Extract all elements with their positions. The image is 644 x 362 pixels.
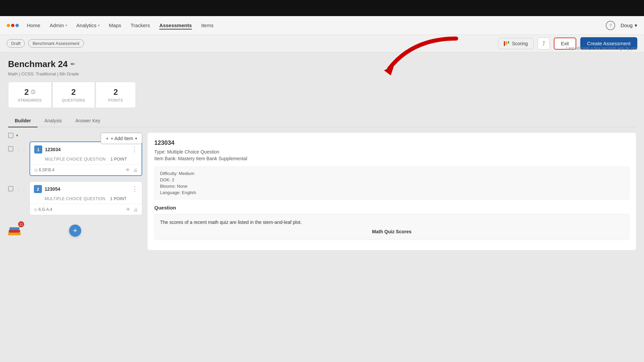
question-1-number: 1 [34, 145, 42, 154]
nav-home[interactable]: Home [27, 21, 40, 29]
scoring-label: Scoring [512, 41, 528, 46]
share-button[interactable]: ⤴ [538, 38, 550, 50]
question-2-id: 123054 [45, 186, 129, 192]
detail-meta-box: Difficulty: Medium DOK: 2 Blooms: None L… [154, 167, 629, 199]
analytics-chevron-icon: ▾ [98, 23, 100, 27]
tab-analysis[interactable]: Analysis [38, 115, 68, 127]
visibility-2-icon[interactable]: 👁 [126, 207, 130, 212]
question-1-standard: ◎ 6.SP.B.4 [34, 168, 123, 172]
question-1-actions: 👁 🖨 [125, 167, 138, 173]
select-all-checkbox[interactable] [8, 133, 13, 138]
question-2-card: 2 123054 ⋮ MULTIPLE CHOICE QUESTION 1 po… [30, 181, 142, 218]
nav-trackers[interactable]: Trackers [130, 21, 150, 29]
share-icon: ⤴ [542, 41, 545, 47]
detail-question-subtitle: Math Quiz Scores [160, 229, 624, 234]
detail-bank: Item Bank: Mastery Item Bank Supplementa… [154, 156, 629, 161]
standards-info-icon[interactable]: ⓘ [31, 89, 35, 95]
nav-assessments[interactable]: Assessments [159, 21, 192, 29]
detail-difficulty: Difficulty: Medium [160, 171, 624, 176]
add-circle-button[interactable]: + [69, 225, 81, 237]
standard-icon: ◎ [34, 168, 38, 172]
detail-blooms: Blooms: None [160, 184, 624, 189]
question-1-footer: ◎ 6.SP.B.4 👁 🖨 [30, 164, 142, 175]
draft-badge[interactable]: Draft [7, 39, 25, 48]
detail-question-label: Question [154, 205, 629, 210]
content-panels: ▾ + + Add Item ▾ ⋮⋮ 1 1 [8, 133, 636, 250]
navbar: Home Admin ▾ Analytics ▾ Maps Trackers A… [0, 16, 644, 35]
print-2-icon[interactable]: 🖨 [133, 207, 138, 212]
assessment-subtitle: Math | CCSS: Traditional | 6th Grade [8, 71, 636, 76]
stat-points: 2 POINTS [96, 82, 136, 108]
layers-badge-count: 11 [18, 221, 24, 227]
assessment-title-section: Benchmark 24 ✏ Math | CCSS: Traditional … [8, 59, 636, 76]
plus-icon: + [106, 136, 108, 141]
edit-title-icon[interactable]: ✏ [70, 61, 75, 67]
question-2-footer: ◎ 6.G.A.4 👁 🖨 [30, 204, 142, 215]
sub-header: Draft Benchmark Assessment Scoring ⤴ Exi… [0, 35, 644, 52]
logo-dots [7, 24, 19, 27]
question-2-checkbox[interactable] [8, 186, 13, 191]
question-2-type: MULTIPLE CHOICE QUESTION 1 point [30, 196, 142, 204]
standard-2-icon: ◎ [34, 207, 37, 212]
logo-dot-orange [7, 24, 10, 27]
bar-yellow [506, 41, 507, 45]
scoring-button[interactable]: Scoring [498, 38, 533, 49]
visibility-icon[interactable]: 👁 [125, 167, 130, 173]
question-1-checkbox[interactable] [8, 146, 13, 152]
assessment-title: Benchmark 24 ✏ [8, 59, 636, 69]
question-1-type: MULTIPLE CHOICE QUESTION 1 point [30, 157, 142, 164]
stats-row: 2 ⓘ STANDARDS 2 QUESTIONS 2 POINTS [8, 82, 636, 108]
question-2-header: 2 123054 ⋮ [30, 182, 142, 196]
question-2-standard: ◎ 6.G.A.4 [34, 207, 123, 212]
tab-builder[interactable]: Builder [8, 115, 38, 127]
chevron-down-icon[interactable]: ▾ [16, 133, 18, 138]
question-row-1: ⋮⋮ 1 123034 ⋮ MULTIPLE CHOICE QUESTION 1… [8, 141, 142, 179]
nav-items: Home Admin ▾ Analytics ▾ Maps Trackers A… [27, 21, 606, 29]
nav-admin[interactable]: Admin ▾ [50, 21, 67, 29]
right-panel: 123034 Type: Multiple Choice Question It… [148, 133, 636, 250]
question-1-card: 1 123034 ⋮ MULTIPLE CHOICE QUESTION 1 po… [30, 141, 142, 179]
bar-green [508, 41, 509, 44]
detail-language: Language: English [160, 190, 624, 195]
help-button[interactable]: ? [606, 21, 615, 30]
admin-chevron-icon: ▾ [65, 23, 67, 27]
detail-dok: DOK: 2 [160, 177, 624, 182]
print-icon[interactable]: 🖨 [133, 167, 138, 173]
add-item-button[interactable]: + + Add Item ▾ [101, 133, 142, 144]
nav-items[interactable]: Items [201, 21, 214, 29]
question-2-number: 2 [34, 185, 42, 193]
tabs-row: Builder Analysis Answer Key [8, 115, 636, 127]
sub-header-left: Draft Benchmark Assessment [7, 39, 84, 48]
question-1-header: 1 123034 ⋮ [30, 142, 142, 157]
nav-analytics[interactable]: Analytics ▾ [76, 21, 100, 29]
user-name: Doug [621, 22, 633, 28]
top-black-bar [0, 0, 644, 16]
logo-dot-blue [15, 24, 19, 27]
question-1-drag-handle[interactable]: ⋮⋮ [16, 141, 27, 153]
question-card-2[interactable]: 2 123054 ⋮ MULTIPLE CHOICE QUESTION 1 po… [30, 181, 142, 215]
stat-questions: 2 QUESTIONS [52, 82, 95, 108]
question-2-menu-icon[interactable]: ⋮ [132, 185, 138, 193]
tab-answer-key[interactable]: Answer Key [68, 115, 107, 127]
user-chevron-icon: ▾ [635, 22, 637, 28]
nav-maps[interactable]: Maps [109, 21, 121, 29]
question-card-1[interactable]: 1 123034 ⋮ MULTIPLE CHOICE QUESTION 1 po… [30, 141, 142, 176]
question-1-menu-icon[interactable]: ⋮ [131, 146, 138, 153]
app-logo[interactable] [7, 24, 19, 27]
stat-standards: 2 ⓘ STANDARDS [8, 82, 52, 108]
question-2-drag-handle[interactable]: ⋮⋮ [16, 181, 27, 192]
last-edit-text: Last edit was a few seconds ago by you [566, 46, 637, 51]
benchmark-badge[interactable]: Benchmark Assessment [28, 39, 84, 48]
logo-dot-red [11, 24, 14, 27]
bar-red [504, 41, 505, 46]
layers-badge-container: 11 [8, 223, 22, 235]
detail-id: 123034 [154, 139, 629, 146]
question-2-actions: 👁 🖨 [126, 207, 138, 212]
user-menu[interactable]: Doug ▾ [621, 22, 637, 28]
scoring-icon [504, 41, 509, 46]
nav-right: ? Doug ▾ [606, 21, 637, 30]
detail-question-text: The scores of a recent math quiz are lis… [160, 220, 624, 225]
detail-type: Type: Multiple Choice Question [154, 149, 629, 155]
add-item-chevron-icon: ▾ [135, 136, 137, 141]
question-row-2: ⋮⋮ 2 123054 ⋮ MULTIPLE CHOICE QUESTION 1… [8, 181, 142, 218]
